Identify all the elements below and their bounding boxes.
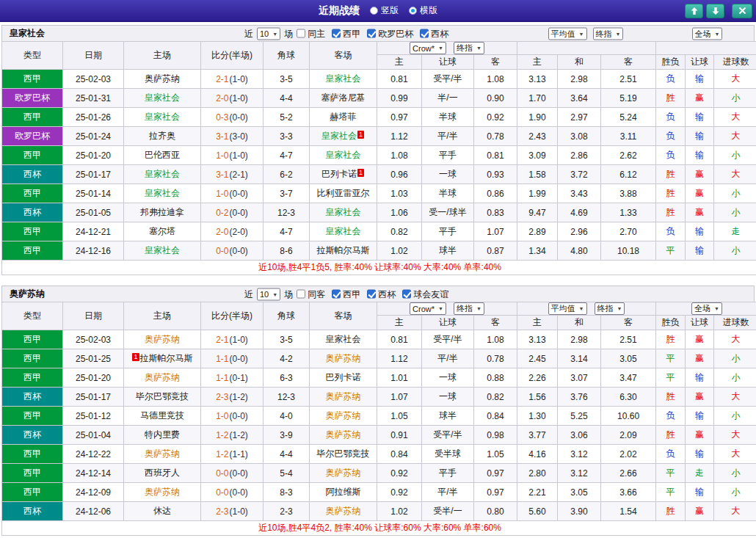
league-filter-checkbox[interactable]: 球会友谊 xyxy=(402,288,448,300)
checkbox-icon xyxy=(367,290,376,299)
same-venue-checkbox[interactable]: 同主 xyxy=(297,27,325,40)
league-filter-checkbox[interactable]: 欧罗巴杯 xyxy=(367,27,413,40)
date-cell: 25-01-17 xyxy=(63,388,124,407)
away-team-name[interactable]: 巴列卡诺 xyxy=(326,372,361,382)
close-button[interactable] xyxy=(732,4,752,18)
home-team-name[interactable]: 皇家社会 xyxy=(145,245,180,255)
league-filter-checkbox[interactable]: 西杯 xyxy=(367,288,396,300)
same-venue-checkbox[interactable]: 同客 xyxy=(297,288,325,300)
home-team-name[interactable]: 皇家社会 xyxy=(145,112,180,122)
away-team-name[interactable]: 皇家社会 xyxy=(326,207,361,217)
away-team-name[interactable]: 奥萨苏纳 xyxy=(326,410,361,421)
layout-radio-vertical[interactable]: 竖版 xyxy=(370,4,399,17)
fulltime-score: 0-3 xyxy=(216,112,228,123)
average-odds-select[interactable]: 平均值▼ xyxy=(548,27,587,40)
fulltime-score: 2-0 xyxy=(216,227,228,237)
layout-radio-horizontal[interactable]: 横版 xyxy=(409,4,437,17)
outcome-cell: 负 xyxy=(656,222,686,241)
asia-away-odds: 0.98 xyxy=(474,426,517,445)
eu-home-odds: 2.21 xyxy=(517,483,558,502)
home-team-name[interactable]: 邦弗拉迪拿 xyxy=(140,207,184,217)
full-match-select[interactable]: 全场▼ xyxy=(691,302,722,315)
eu-away-odds: 3.05 xyxy=(601,349,656,368)
eu-draw-odds: 3.12 xyxy=(558,445,601,464)
away-team-name[interactable]: 奥萨苏纳 xyxy=(326,506,361,516)
away-team-name[interactable]: 阿拉维斯 xyxy=(326,487,361,497)
away-team-name[interactable]: 奥萨苏纳 xyxy=(326,353,361,363)
home-team-name[interactable]: 皇家社会 xyxy=(145,169,180,179)
eu-home-odds: 1.30 xyxy=(517,407,558,426)
league-filter-checkbox[interactable]: 西杯 xyxy=(420,27,448,40)
final-odds-select[interactable]: 终指▼ xyxy=(454,302,484,315)
home-team-name[interactable]: 马德里竞技 xyxy=(140,410,184,421)
date-cell: 25-01-25 xyxy=(63,349,124,368)
home-team-name[interactable]: 皇家社会 xyxy=(145,188,180,198)
eu-home-odds: 1.56 xyxy=(517,388,558,407)
move-down-button[interactable] xyxy=(706,4,724,18)
games-count-select[interactable]: 10▼ xyxy=(257,288,280,300)
league-filter-checkbox[interactable]: 西甲 xyxy=(332,27,360,40)
home-team-name[interactable]: 巴伦西亚 xyxy=(145,150,180,160)
away-team-name[interactable]: 皇家社会 xyxy=(326,73,361,84)
away-team-name[interactable]: 拉斯帕尔马斯 xyxy=(317,245,370,255)
home-team-name[interactable]: 奥萨苏纳 xyxy=(145,372,180,382)
home-team-name[interactable]: 奥萨苏纳 xyxy=(145,334,180,344)
halftime-score: (1-0) xyxy=(230,506,248,517)
checkbox-icon xyxy=(367,29,376,38)
eu-home-odds: 2.26 xyxy=(517,368,558,388)
date-cell: 25-01-20 xyxy=(63,368,124,388)
halftime-score: (0-0) xyxy=(230,246,248,256)
asia-away-odds: 1.07 xyxy=(474,222,517,241)
away-team-name[interactable]: 塞萨洛尼基 xyxy=(321,92,366,103)
home-team-name[interactable]: 毕尔巴鄂竞技 xyxy=(136,391,189,401)
away-team-cell: 皇家社会 xyxy=(310,146,377,165)
home-team-name[interactable]: 拉斯帕尔马斯 xyxy=(140,353,193,363)
handicap-outcome-cell: 赢 xyxy=(686,330,714,349)
halftime-score: (2-0) xyxy=(230,227,248,237)
home-team-name[interactable]: 西班牙人 xyxy=(145,468,180,478)
match-row: 西甲 25-01-26 皇家社会 0-3(0-0) 5-2 赫塔菲 0.97 半… xyxy=(2,108,756,127)
final-odds-select[interactable]: 终指▼ xyxy=(593,27,624,40)
home-team-name[interactable]: 奥萨苏纳 xyxy=(145,73,180,84)
away-team-name[interactable]: 赫塔菲 xyxy=(330,112,357,122)
away-team-cell: 奥萨苏纳 xyxy=(310,349,377,368)
away-team-name[interactable]: 毕尔巴鄂竞技 xyxy=(317,448,370,459)
handicap-outcome-cell: 赢 xyxy=(686,426,714,445)
away-team-name[interactable]: 皇家社会 xyxy=(326,226,361,236)
away-team-name[interactable]: 皇家社会 xyxy=(326,150,361,160)
away-team-name[interactable]: 奥萨苏纳 xyxy=(326,429,361,440)
home-team-name[interactable]: 塞尔塔 xyxy=(149,226,175,236)
average-odds-select[interactable]: 平均值▼ xyxy=(548,302,587,315)
match-row: 西甲 24-12-14 西班牙人 0-0(0-0) 5-4 奥萨苏纳 0.92 … xyxy=(2,464,756,483)
full-match-select[interactable]: 全场▼ xyxy=(692,27,723,40)
away-team-name[interactable]: 奥萨苏纳 xyxy=(326,468,361,478)
away-team-name[interactable]: 比利亚雷亚尔 xyxy=(317,188,370,198)
eu-home-odds: 1.99 xyxy=(517,184,558,203)
checkbox-icon xyxy=(332,29,341,38)
away-team-name[interactable]: 皇家社会 xyxy=(321,131,357,141)
games-count-select[interactable]: 10▼ xyxy=(257,27,280,40)
goals-outcome-cell: 小 xyxy=(714,184,756,203)
asia-handicap: 平/半 xyxy=(422,349,474,368)
final-odds-select[interactable]: 终指▼ xyxy=(595,302,625,315)
corners-cell: 3-5 xyxy=(263,330,310,349)
corners-cell: 4-2 xyxy=(263,349,310,368)
asia-away-odds: 1.05 xyxy=(474,445,517,464)
home-team-name[interactable]: 拉齐奥 xyxy=(149,131,175,141)
league-filter-checkbox[interactable]: 西甲 xyxy=(332,288,360,300)
away-team-name[interactable]: 皇家社会 xyxy=(326,334,361,344)
away-team-name[interactable]: 巴列卡诺 xyxy=(321,169,357,179)
home-team-name[interactable]: 奥萨苏纳 xyxy=(145,448,180,459)
away-team-name[interactable]: 奥萨苏纳 xyxy=(326,391,361,401)
final-odds-select[interactable]: 终指▼ xyxy=(454,42,484,54)
home-team-name[interactable]: 奥萨苏纳 xyxy=(145,487,180,497)
date-cell: 25-01-12 xyxy=(63,407,124,426)
home-team-name[interactable]: 特内里费 xyxy=(145,429,180,440)
date-cell: 24-12-22 xyxy=(63,445,124,464)
bookmaker-select[interactable]: Crow*▼ xyxy=(410,42,446,54)
bookmaker-select[interactable]: Crow*▼ xyxy=(410,302,446,315)
chevron-down-icon: ▼ xyxy=(616,31,621,36)
move-up-button[interactable] xyxy=(685,4,703,18)
home-team-name[interactable]: 皇家社会 xyxy=(145,92,180,103)
home-team-name[interactable]: 休达 xyxy=(153,506,171,516)
